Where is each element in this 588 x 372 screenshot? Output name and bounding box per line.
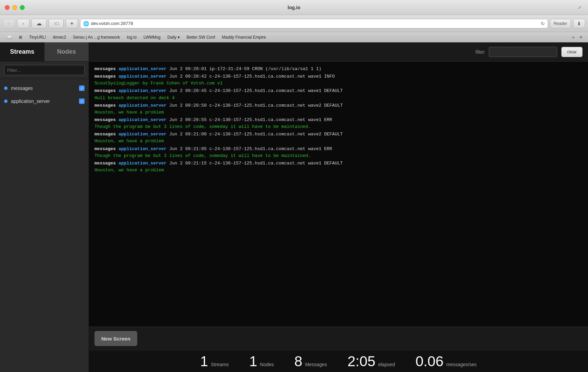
status-bar: 1 Streams 1 Nodes 8 Messages 2:05 elapse… <box>89 350 588 372</box>
bookmark-logio[interactable]: log.io <box>123 32 140 42</box>
filter-label: filter <box>475 49 484 55</box>
messages-count: 8 <box>294 354 302 369</box>
address-bar: 🌐 dev.votsh.com:28778 ↻ <box>80 19 548 28</box>
sidebar-filter-input[interactable] <box>4 65 85 75</box>
rate-label: messages/sec <box>446 362 477 367</box>
bookmark-tinyurl[interactable]: TinyURL! <box>26 32 50 42</box>
messages-checkbox[interactable]: ✓ <box>79 85 85 91</box>
messages-stat: 8 Messages <box>294 354 327 369</box>
bookmark-ibmec2[interactable]: ibmec2 <box>50 32 70 42</box>
log-line: messages application_server Jun 2 09:21:… <box>94 160 583 174</box>
log-toolbar: filter clear <box>89 42 588 62</box>
download-button[interactable]: ⬇ <box>573 19 585 28</box>
reader-button[interactable]: Reader <box>550 19 571 28</box>
bookmarks-bar: 📖 ⊞ TinyURL! ibmec2 Sensu | An ...g fram… <box>0 32 588 42</box>
sidebar-item-application-server[interactable]: application_server ✓ <box>0 95 89 108</box>
application-server-dot <box>4 99 8 103</box>
new-screen-button[interactable]: New Screen <box>94 331 137 346</box>
messages-label: Messages <box>305 362 327 367</box>
log-panel: filter clear messages application_server… <box>89 42 588 372</box>
nav-bar: ‹ › ☁ ↑□ + 🌐 dev.votsh.com:28778 ↻ Reade… <box>0 15 588 32</box>
expand-icon[interactable]: ⤢ <box>578 5 583 10</box>
elapsed-time: 2:05 <box>347 354 375 369</box>
address-text: dev.votsh.com:28778 <box>91 21 539 26</box>
bookmark-sensu[interactable]: Sensu | An ...g framework <box>69 32 123 42</box>
bookmark-maddy[interactable]: Maddy Financial Empire <box>218 32 269 42</box>
share-button[interactable]: ↑□ <box>49 19 64 28</box>
bookmark-daily[interactable]: Daily ▾ <box>164 32 183 42</box>
back-button[interactable]: ‹ <box>3 19 15 28</box>
nodes-stat: 1 Nodes <box>249 354 274 369</box>
cloud-button[interactable]: ☁ <box>31 19 47 28</box>
bookmark-open-book-icon[interactable]: 📖 <box>3 32 15 42</box>
application-server-label: application_server <box>11 98 76 104</box>
bookmarks-add-button[interactable]: + <box>577 34 585 40</box>
nodes-label: Nodes <box>260 362 274 367</box>
bookmark-bettersw[interactable]: Better SW Conf <box>183 32 218 42</box>
log-line: messages application_server Jun 2 09:20:… <box>94 102 583 116</box>
close-button[interactable] <box>5 5 10 10</box>
log-line: messages application_server Jun 2 09:21:… <box>94 131 583 145</box>
add-tab-button[interactable]: + <box>66 19 78 28</box>
log-line: messages application_server Jun 2 09:20:… <box>94 73 583 87</box>
messages-label: messages <box>11 85 76 91</box>
log-output: messages application_server Jun 2 09:20:… <box>89 62 588 327</box>
window-title: log.io <box>287 5 300 10</box>
elapsed-stat: 2:05 elapsed <box>347 354 395 369</box>
bookmark-lwmmsg[interactable]: LWMMsg <box>140 32 164 42</box>
clear-button[interactable]: clear <box>561 47 583 57</box>
sidebar-filter-container <box>0 62 89 79</box>
messages-dot <box>4 87 8 90</box>
streams-count: 1 <box>200 354 208 369</box>
application-server-checkbox[interactable]: ✓ <box>79 98 85 104</box>
rate-value: 0.06 <box>416 354 444 369</box>
nodes-count: 1 <box>249 354 257 369</box>
log-line: messages application_server Jun 2 09:20:… <box>94 66 583 72</box>
log-line: messages application_server Jun 2 09:20:… <box>94 88 583 101</box>
bookmark-grid-icon[interactable]: ⊞ <box>15 32 26 42</box>
minimize-button[interactable] <box>12 5 17 10</box>
tab-streams[interactable]: Streams <box>0 42 44 61</box>
tab-nodes[interactable]: Nodes <box>44 42 89 61</box>
sidebar-items: messages ✓ application_server ✓ <box>0 79 89 372</box>
window-controls <box>5 5 25 10</box>
main-content: Streams Nodes messages ✓ application_ser… <box>0 42 588 372</box>
streams-stat: 1 Streams <box>200 354 229 369</box>
maximize-button[interactable] <box>20 5 25 10</box>
sidebar: Streams Nodes messages ✓ application_ser… <box>0 42 89 372</box>
bottom-bar: New Screen <box>89 327 588 350</box>
filter-input[interactable] <box>489 47 557 57</box>
sidebar-tabs: Streams Nodes <box>0 42 89 62</box>
sidebar-item-messages[interactable]: messages ✓ <box>0 82 89 95</box>
rate-stat: 0.06 messages/sec <box>416 354 477 369</box>
log-line: messages application_server Jun 2 09:20:… <box>94 117 583 130</box>
log-line: messages application_server Jun 2 09:21:… <box>94 146 583 159</box>
forward-button[interactable]: › <box>17 19 29 28</box>
bookmarks-overflow-button[interactable]: » <box>569 35 577 40</box>
elapsed-label: elapsed <box>378 362 395 367</box>
title-bar: log.io ⤢ <box>0 0 588 15</box>
refresh-icon[interactable]: ↻ <box>541 21 545 26</box>
streams-label: Streams <box>211 362 229 367</box>
globe-icon: 🌐 <box>83 21 89 26</box>
